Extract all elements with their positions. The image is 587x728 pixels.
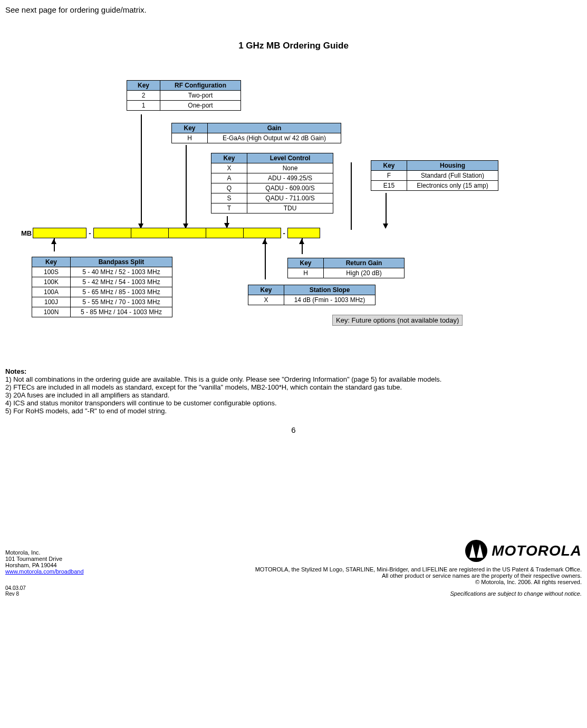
ss-key-header: Key (248, 285, 284, 295)
rfconfig-val-header: RF Configuration (160, 81, 241, 91)
cell: X (211, 163, 247, 173)
cell: Two-port (160, 91, 241, 101)
note-line: 2) FTECs are included in all models as s… (5, 383, 582, 391)
motorola-logo: MOTOROLA (255, 540, 582, 562)
cell: E15 (371, 181, 407, 191)
cell: TDU (247, 203, 333, 213)
housing-table: KeyHousing FStandard (Full Station) E15E… (371, 160, 498, 191)
note-line: 1) Not all combinations in the ordering … (5, 375, 582, 383)
bandpass-table: KeyBandpass Split 100S5 - 40 MHz / 52 - … (32, 257, 172, 317)
connector-line (141, 114, 142, 227)
cell: High (20 dB) (324, 268, 405, 278)
connector-line (386, 193, 387, 227)
notes-title: Notes: (5, 367, 582, 375)
returngain-table: KeyReturn Gain HHigh (20 dB) (287, 258, 405, 278)
cell: 100S (32, 267, 71, 277)
cell: 1 (127, 101, 160, 111)
cell: 14 dB (Fmin - 1003 MHz) (284, 295, 376, 305)
cell: 5 - 42 MHz / 54 - 1003 MHz (71, 277, 172, 287)
cell: 5 - 85 MHz / 104 - 1003 MHz (71, 307, 172, 317)
cell: T (211, 203, 247, 213)
cell: 5 - 40 MHz / 52 - 1003 MHz (71, 267, 172, 277)
rfconfig-table: KeyRF Configuration 2Two-port 1One-port (127, 80, 241, 111)
gain-table: KeyGain HE-GaAs (High Output w/ 42 dB Ga… (171, 123, 341, 143)
slot-slope (206, 228, 244, 238)
broadband-link[interactable]: www.motorola.com/broadband (5, 568, 84, 575)
ordering-diagram: KeyRF Configuration 2Two-port 1One-port … (5, 67, 582, 352)
rev-date: 04.03.07 (5, 585, 84, 591)
bp-val-header: Bandpass Split (71, 257, 172, 267)
lc-key-header: Key (211, 153, 247, 163)
slot-bandpass (33, 228, 86, 238)
note-line: 5) For RoHS models, add "-R" to end of m… (5, 407, 582, 415)
connector-line (265, 238, 266, 279)
footer: Motorola, Inc. 101 Tournament Drive Hors… (5, 540, 582, 597)
cell: F (371, 171, 407, 181)
cell: 100N (32, 307, 71, 317)
cell: H (288, 268, 324, 278)
dash: - (283, 229, 285, 237)
cell: 5 - 65 MHz / 85 - 1003 MHz (71, 287, 172, 297)
dash: - (89, 229, 91, 237)
gain-key-header: Key (172, 123, 208, 133)
connector-line (351, 162, 352, 230)
rfconfig-key-header: Key (127, 81, 160, 91)
notes-section: Notes: 1) Not all combinations in the or… (5, 367, 582, 415)
cell: Q (211, 183, 247, 193)
trademark-line: MOTOROLA, the Stylized M Logo, STARLINE,… (255, 566, 582, 572)
footer-right: MOTOROLA MOTOROLA, the Stylized M Logo, … (255, 540, 582, 597)
levelcontrol-table: KeyLevel Control XNone AADU - 499.25/S Q… (211, 153, 333, 213)
bp-key-header: Key (32, 257, 71, 267)
company-name: Motorola, Inc. (5, 549, 84, 556)
disclaimer-line: Specifications are subject to change wit… (255, 590, 582, 597)
legend: Key: Future options (not available today… (332, 315, 463, 326)
rg-key-header: Key (288, 258, 324, 268)
cell: S (211, 193, 247, 203)
cell: None (247, 163, 333, 173)
rev-number: Rev 8 (5, 591, 84, 597)
note-line: 4) ICS and status monitor transponders w… (5, 399, 582, 407)
page-number: 6 (5, 425, 582, 434)
cell: Electronics only (15 amp) (407, 181, 498, 191)
housing-key-header: Key (371, 161, 407, 171)
trademark-line: All other product or service names are t… (255, 572, 582, 579)
cell: Standard (Full Station) (407, 171, 498, 181)
revision-info: 04.03.07 Rev 8 (5, 585, 84, 597)
cell: QADU - 609.00/S (247, 183, 333, 193)
address-line: 101 Tournament Drive (5, 556, 84, 562)
cell: H (172, 133, 208, 143)
footer-left: Motorola, Inc. 101 Tournament Drive Hors… (5, 549, 84, 597)
address-line: Horsham, PA 19044 (5, 562, 84, 568)
cell: 100J (32, 297, 71, 307)
arrow-down-icon (383, 224, 388, 229)
slot-housing (287, 228, 320, 238)
arrow-up-icon (299, 239, 304, 244)
page-title: 1 GHz MB Ordering Guide (5, 41, 582, 51)
cell: 5 - 55 MHz / 70 - 1003 MHz (71, 297, 172, 307)
copyright-line: © Motorola, Inc. 2006. All rights reserv… (255, 579, 582, 585)
top-notice: See next page for ordering guide/matrix. (5, 5, 582, 14)
logo-text: MOTOROLA (492, 542, 582, 559)
cell: ADU - 499.25/S (247, 173, 333, 183)
housing-val-header: Housing (407, 161, 498, 171)
cell: 100K (32, 277, 71, 287)
stylized-m-icon (465, 540, 487, 562)
rg-val-header: Return Gain (324, 258, 405, 268)
cell: A (211, 173, 247, 183)
cell: 2 (127, 91, 160, 101)
arrow-up-icon (262, 239, 267, 244)
cell: X (248, 295, 284, 305)
slot-level (169, 228, 206, 238)
slot-gain (131, 228, 169, 238)
cell: 100A (32, 287, 71, 297)
arrow-up-icon (51, 239, 56, 244)
note-line: 3) 20A fuses are included in all amplifi… (5, 391, 582, 399)
mb-label: MB (21, 229, 32, 237)
cell: E-GaAs (High Output w/ 42 dB Gain) (208, 133, 341, 143)
cell: One-port (160, 101, 241, 111)
lc-val-header: Level Control (247, 153, 333, 163)
mb-model-row: MB - - (21, 228, 320, 238)
cell: QADU - 711.00/S (247, 193, 333, 203)
connector-line (186, 145, 187, 227)
slot-rfconfig (93, 228, 131, 238)
